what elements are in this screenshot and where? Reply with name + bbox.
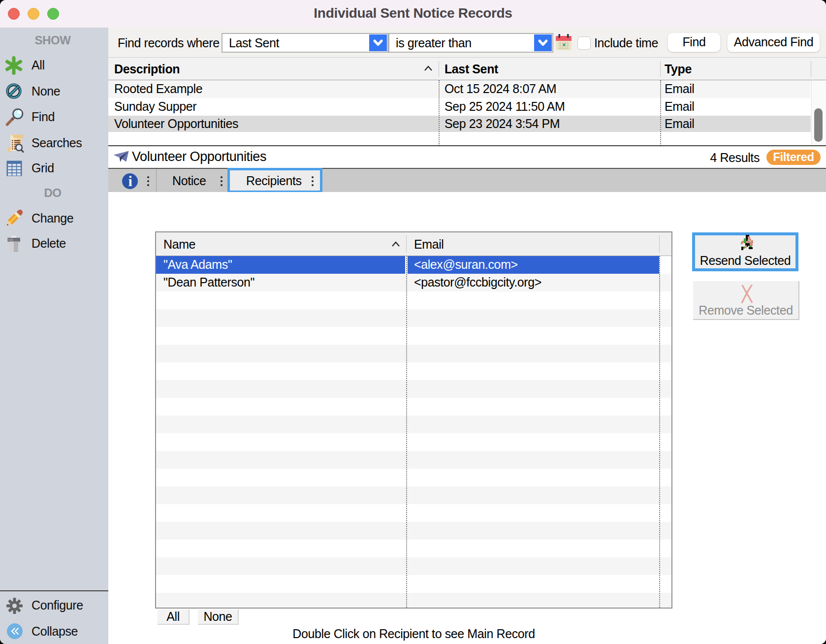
svg-text:i: i: [128, 173, 132, 189]
